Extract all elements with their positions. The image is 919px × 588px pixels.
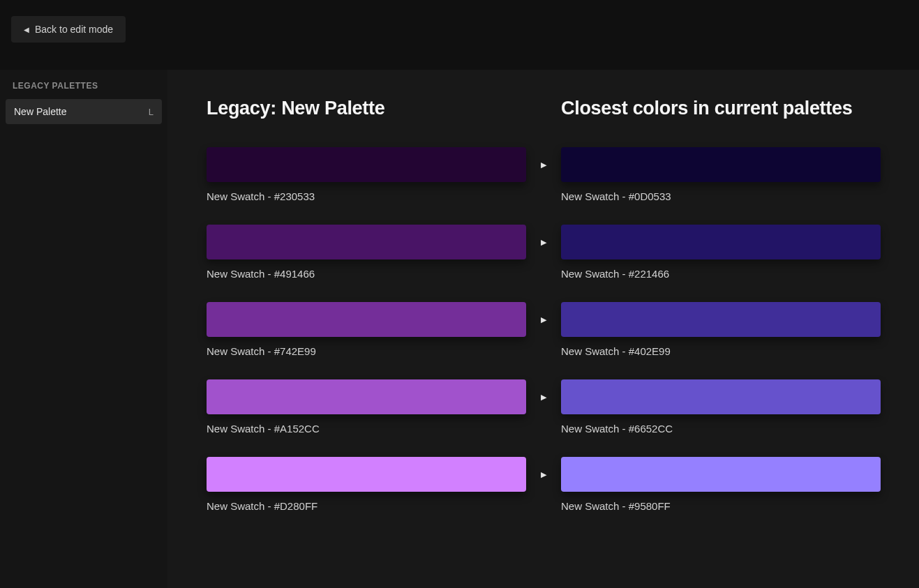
legacy-swatch: New Swatch - #491466: [207, 225, 526, 280]
swatch-color[interactable]: [561, 302, 881, 337]
swatch-label: New Swatch - #0D0533: [561, 190, 881, 202]
sidebar: LEGACY PALETTES New Palette L: [0, 70, 167, 588]
closest-swatch: New Swatch - #9580FF: [561, 457, 881, 512]
swatch-color[interactable]: [561, 225, 881, 259]
swatch-color[interactable]: [207, 225, 526, 259]
triangle-right-icon: ▶: [526, 302, 561, 337]
triangle-right-icon: ▶: [526, 225, 561, 259]
closest-swatch: New Swatch - #0D0533: [561, 147, 881, 202]
sidebar-item-label: New Palette: [14, 106, 66, 117]
swatch-color[interactable]: [561, 457, 881, 492]
swatch-label: New Swatch - #221466: [561, 268, 881, 280]
swatch-label: New Swatch - #D280FF: [207, 500, 526, 512]
triangle-right-icon: ▶: [526, 147, 561, 182]
legacy-column-title: Legacy: New Palette: [207, 98, 526, 119]
legacy-swatch: New Swatch - #A152CC: [207, 379, 526, 435]
sidebar-item-new-palette[interactable]: New Palette L: [6, 99, 162, 124]
swatch-label: New Swatch - #491466: [207, 268, 526, 280]
swatch-color[interactable]: [207, 147, 526, 182]
swatch-color[interactable]: [207, 379, 526, 414]
swatch-label: New Swatch - #A152CC: [207, 423, 526, 435]
swatch-label: New Swatch - #402E99: [561, 345, 881, 357]
legacy-swatch: New Swatch - #230533: [207, 147, 526, 202]
header: ◀ Back to edit mode: [0, 0, 919, 70]
closest-swatch: New Swatch - #221466: [561, 225, 881, 280]
swatch-label: New Swatch - #9580FF: [561, 500, 881, 512]
swatch-color[interactable]: [207, 457, 526, 492]
swatch-label: New Swatch - #6652CC: [561, 423, 881, 435]
swatch-color[interactable]: [561, 147, 881, 182]
sidebar-heading: LEGACY PALETTES: [6, 81, 162, 99]
legacy-swatch: New Swatch - #742E99: [207, 302, 526, 357]
sidebar-item-badge: L: [149, 107, 154, 117]
legacy-swatch: New Swatch - #D280FF: [207, 457, 526, 512]
triangle-right-icon: ▶: [526, 379, 561, 414]
triangle-right-icon: ▶: [526, 457, 561, 492]
swatch-label: New Swatch - #742E99: [207, 345, 526, 357]
closest-column-title: Closest colors in current palettes: [561, 98, 881, 119]
back-button-label: Back to edit mode: [35, 24, 113, 35]
main-content: Legacy: New Palette Closest colors in cu…: [167, 70, 919, 588]
swatch-label: New Swatch - #230533: [207, 190, 526, 202]
triangle-left-icon: ◀: [24, 26, 29, 33]
swatch-color[interactable]: [561, 379, 881, 414]
closest-swatch: New Swatch - #402E99: [561, 302, 881, 357]
closest-swatch: New Swatch - #6652CC: [561, 379, 881, 435]
swatch-color[interactable]: [207, 302, 526, 337]
back-to-edit-button[interactable]: ◀ Back to edit mode: [11, 16, 126, 43]
